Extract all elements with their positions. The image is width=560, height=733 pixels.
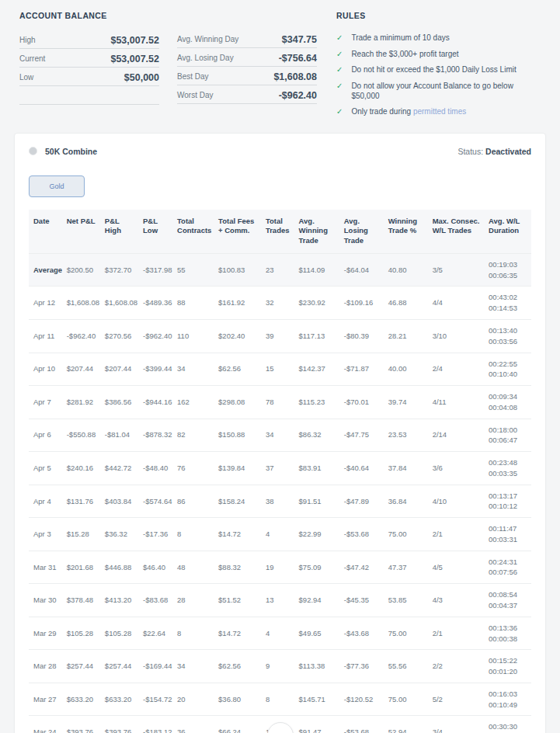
average-row: Average$200.50$372.70-$317.9855$100.8323… [29,253,531,287]
cell-avg_win: $91.47 [294,716,339,733]
stat-value: $347.75 [282,34,317,45]
table-row: Mar 27$633.20$633.20-$154.7220$36.808$14… [29,683,531,716]
cell-fees: $66.24 [214,716,261,733]
cell-pnl_low: -$83.68 [138,584,172,617]
cell-win_pct: 40.80 [384,253,428,287]
combine-selector[interactable]: 50K Combine [29,147,97,156]
cell-win_pct: 47.37 [384,551,428,584]
cell-contracts: 28 [172,584,214,617]
cell-contracts: 82 [172,419,214,452]
duration-win: 00:19:03 [489,259,527,270]
cell-pnl_low: -$154.72 [138,683,172,716]
table-row: Apr 7$281.92$386.56-$944.16162$298.0878$… [29,386,531,419]
cell-max_consec: 4/4 [428,287,484,320]
duration-loss: 00:01:20 [489,666,527,677]
cell-fees: $62.56 [214,650,261,683]
cell-avg_loss: -$47.89 [339,485,384,518]
rules-column: RULES ✓Trade a minimum of 10 days✓Reach … [335,11,538,123]
cell-max_consec: 3/4 [428,716,484,733]
duration-loss: 00:03:31 [489,534,527,545]
cell-pnl_low: -$317.98 [138,253,172,287]
cell-fees: $88.32 [214,551,261,584]
cell-pnl_low: -$944.16 [138,386,172,419]
cell-date: Apr 10 [29,353,62,386]
checkmark-icon: ✓ [336,33,343,43]
duration-loss: 00:10:49 [489,700,527,710]
cell-pnl_high: $413.20 [100,584,138,617]
rule-text: Do not allow your Account Balance to go … [351,81,538,101]
column-header: P&L High [100,210,138,254]
duration-loss: 00:04:08 [489,402,527,413]
cell-date: Mar 30 [29,584,62,617]
duration-loss: 00:06:47 [489,435,527,446]
cell-duration: 00:19:0300:06:35 [484,253,531,287]
cell-fees: $36.80 [214,683,261,716]
cell-pnl_high: $270.56 [100,320,138,353]
stat-label: Best Day [177,72,209,82]
cell-date: Apr 6 [29,419,62,452]
cell-date: Apr 4 [29,485,62,518]
cell-win_pct: 52.94 [384,716,428,733]
stat-value: $53,007.52 [110,35,159,46]
cell-date: Mar 31 [29,551,62,584]
cell-fees: $51.52 [214,584,261,617]
cell-avg_win: $75.09 [294,551,339,584]
combine-radio-icon[interactable] [29,147,37,155]
duration-win: 00:13:40 [489,325,527,336]
cell-win_pct: 53.85 [384,584,428,617]
column-header: Max. Consec. W/L Trades [428,210,484,254]
cell-duration: 00:23:4800:03:35 [484,452,531,485]
combine-panel: 50K Combine Status: Deactivated Gold Dat… [14,133,546,733]
duration-win: 00:11:47 [489,523,527,534]
cell-duration: 00:18:0000:06:47 [484,419,531,452]
cell-fees: $62.56 [214,353,261,386]
cell-fees: $298.08 [214,386,261,419]
stat-row-avg-winning-day: Avg. Winning Day $347.75 [177,30,317,48]
cell-pnl_high: $36.32 [100,518,138,551]
cell-max_consec: 2/14 [428,419,484,452]
gold-plan-button[interactable]: Gold [29,175,85,197]
stat-value: $53,007.52 [110,54,159,64]
cell-net_pnl: -$550.88 [62,419,100,452]
cell-avg_loss: -$120.52 [339,683,384,716]
rule-item: ✓Do not hit or exceed the $1,000 Daily L… [336,64,538,75]
cell-avg_win: $22.99 [294,518,339,551]
duration-win: 00:08:54 [489,589,527,600]
cell-date: Mar 28 [29,650,62,683]
cell-trades: 19 [261,551,294,584]
cell-duration: 00:13:4000:03:56 [484,320,531,353]
duration-win: 00:43:02 [489,292,527,303]
cell-max_consec: 4/5 [428,551,484,584]
duration-win: 00:09:34 [489,391,527,402]
stat-label: Avg. Winning Day [177,35,238,45]
cell-win_pct: 39.74 [384,386,428,419]
cell-pnl_high: $442.72 [100,452,138,485]
cell-max_consec: 3/6 [428,452,484,485]
cell-trades: 39 [261,320,294,353]
stat-value: $50,000 [124,72,159,83]
cell-date: Mar 24 [29,716,62,733]
cell-contracts: 8 [172,518,214,551]
stat-value: $1,608.08 [273,71,317,82]
cell-pnl_low: -$183.12 [138,716,172,733]
cell-pnl_high: $207.44 [100,353,138,386]
cell-trades: 4 [261,518,294,551]
table-row: Mar 31$201.68$446.88$46.4048$88.3219$75.… [29,551,531,584]
cell-date: Apr 3 [29,518,62,551]
rule-item: ✓Reach the $3,000+ profit target [336,49,538,59]
cell-pnl_high: $1,608.08 [100,287,138,320]
column-header: Avg. Losing Trade [339,210,384,254]
cell-max_consec: 2/2 [428,650,484,683]
duration-loss: 00:06:35 [489,270,527,281]
cell-date: Mar 27 [29,683,62,716]
checkmark-icon: ✓ [336,81,343,91]
duration-loss: 00:14:53 [489,303,527,314]
cell-contracts: 162 [172,386,214,419]
cell-max_consec: 3/5 [428,253,484,287]
permitted-times-link[interactable]: permitted times [413,107,466,116]
cell-trades: 32 [261,287,294,320]
cell-contracts: 88 [172,287,214,320]
cell-trades: 78 [261,386,294,419]
cell-win_pct: 40.00 [384,353,428,386]
cell-avg_loss: -$45.35 [339,584,384,617]
